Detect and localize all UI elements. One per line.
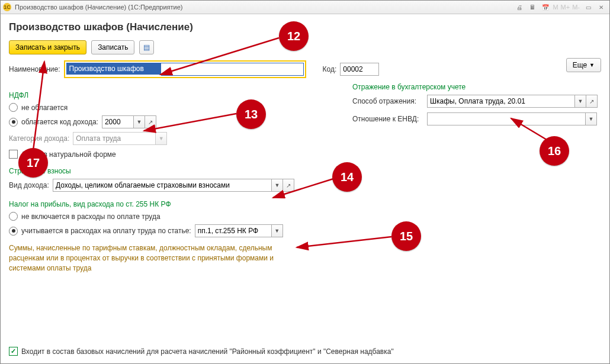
profit-radio-include[interactable]: учитывается в расходах на оплату труда п… (9, 224, 317, 237)
open-ref-icon[interactable]: ↗ (145, 115, 156, 128)
name-input-wrap: Производство шкафов (64, 60, 306, 78)
name-label: Наименование: (9, 65, 60, 73)
document-icon: ▤ (143, 43, 150, 51)
accounting-method-label: Способ отражения: (352, 97, 423, 105)
chevron-down-icon[interactable]: ▼ (271, 224, 283, 237)
accounting-head: Отражение в бухгалтерском учете (352, 83, 601, 91)
accounting-envd-input[interactable] (427, 112, 585, 125)
save-button[interactable]: Записать (91, 40, 134, 54)
ndfl-yes-label: облагается код дохода: (21, 118, 98, 126)
more-button[interactable]: Еще ▼ (566, 58, 601, 72)
open-ref-icon[interactable]: ↗ (283, 179, 294, 192)
profit-article-input[interactable] (195, 224, 271, 237)
insurance-kind-input[interactable] (53, 179, 271, 192)
name-input[interactable]: Производство шкафов (66, 63, 161, 75)
name-row: Наименование: Производство шкафов Код: (9, 60, 601, 78)
calendar-icon[interactable]: 📅 (540, 2, 551, 12)
chevron-down-icon[interactable]: ▼ (574, 95, 586, 108)
app-window: 1С Производство шкафов (Начисление) (1С:… (0, 0, 610, 364)
ndfl-code-input[interactable] (102, 115, 133, 128)
accounting-envd-label: Отношение к ЕНВД: (352, 115, 423, 123)
close-icon[interactable]: ✕ (595, 2, 607, 12)
app-1c-icon: 1С (3, 3, 11, 11)
minimize-icon[interactable]: ▭ (582, 2, 594, 12)
ndfl-category-combo[interactable]: ▼ (73, 132, 167, 145)
zoom-mminus[interactable]: M- (571, 4, 581, 11)
checkbox-icon (9, 150, 18, 159)
ndfl-category-label: Категория дохода: (9, 134, 69, 143)
ndfl-natural-check[interactable]: Доход в натуральной форме (9, 150, 317, 159)
radio-icon (9, 212, 18, 221)
more-label: Еще (573, 61, 587, 69)
ndfl-category-input[interactable] (73, 132, 155, 145)
accounting-method-input[interactable] (427, 95, 574, 108)
code-label: Код: (323, 65, 337, 73)
print-icon[interactable]: 🖨 (513, 2, 525, 12)
ndfl-radio-no[interactable]: не облагается (9, 103, 317, 112)
code-input[interactable] (340, 63, 379, 76)
accounting-method-row: Способ отражения: ▼ ↗ (352, 95, 601, 108)
insurance-kind-combo[interactable]: ▼ ↗ (53, 179, 294, 192)
calculator-icon[interactable]: 🖩 (526, 2, 538, 12)
profit-radio-exclude[interactable]: не включается в расходы по оплате труда (9, 212, 317, 221)
report-icon-button[interactable]: ▤ (139, 40, 154, 54)
open-ref-icon[interactable]: ↗ (586, 95, 598, 108)
ndfl-head: НДФЛ (9, 91, 317, 99)
profit-head: Налог на прибыль, вид расхода по ст. 255… (9, 200, 317, 208)
checkbox-checked-icon (9, 347, 18, 356)
accounting-envd-row: Отношение к ЕНВД: ▼ (352, 112, 601, 125)
bottom-check-row[interactable]: Входит в состав базовых начислений для р… (9, 347, 394, 356)
footnote: Суммы, начисленные по тарифным ставкам, … (9, 243, 293, 273)
ndfl-category-row: Категория дохода: ▼ (9, 132, 317, 145)
save-and-close-button[interactable]: Записать и закрыть (9, 40, 86, 54)
chevron-down-icon[interactable]: ▼ (155, 132, 167, 145)
profit-exclude-label: не включается в расходы по оплате труда (21, 212, 160, 221)
radio-checked-icon (9, 227, 18, 236)
profit-article-combo[interactable]: ▼ (195, 224, 283, 237)
ndfl-radio-yes[interactable]: облагается код дохода: ▼ ↗ (9, 115, 317, 128)
chevron-down-icon[interactable]: ▼ (585, 112, 597, 125)
profit-include-label: учитывается в расходах на оплату труда п… (21, 227, 191, 235)
toolbar: Записать и закрыть Записать ▤ (9, 40, 601, 54)
radio-checked-icon (9, 118, 18, 127)
radio-icon (9, 103, 18, 112)
titlebar: 1С Производство шкафов (Начисление) (1С:… (1, 1, 609, 14)
name-input-extra[interactable] (161, 63, 304, 76)
page-title: Производство шкафов (Начисление) (9, 21, 601, 33)
content: Производство шкафов (Начисление) Записат… (1, 14, 609, 364)
bottom-check-label: Входит в состав базовых начислений для р… (21, 347, 394, 356)
chevron-down-icon[interactable]: ▼ (133, 115, 145, 128)
accounting-envd-combo[interactable]: ▼ (427, 112, 601, 125)
ndfl-natural-label: Доход в натуральной форме (21, 150, 116, 159)
accounting-method-combo[interactable]: ▼ ↗ (427, 95, 601, 108)
chevron-down-icon[interactable]: ▼ (271, 179, 283, 192)
zoom-mplus[interactable]: M+ (560, 4, 572, 11)
insurance-kind-label: Вид дохода: (9, 181, 49, 189)
window-title: Производство шкафов (Начисление) (1С:Пре… (15, 4, 183, 11)
insurance-kind-row: Вид дохода: ▼ ↗ (9, 179, 317, 192)
chevron-down-icon: ▼ (589, 62, 595, 68)
zoom-m[interactable]: M (551, 4, 559, 11)
ndfl-code-combo[interactable]: ▼ ↗ (102, 115, 156, 128)
ndfl-no-label: не облагается (21, 104, 68, 112)
insurance-head: Страховые взносы (9, 167, 317, 175)
